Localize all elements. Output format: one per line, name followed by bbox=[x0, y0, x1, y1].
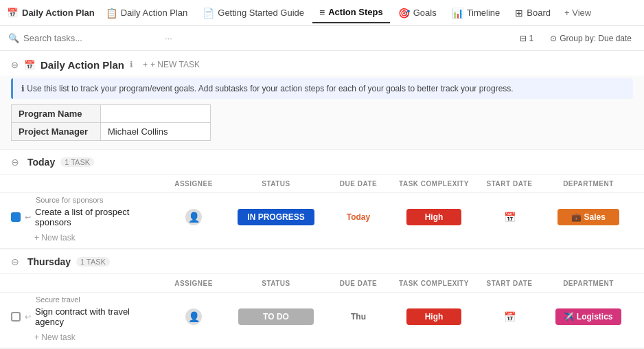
app-logo[interactable]: 📅 Daily Action Plan bbox=[7, 8, 95, 18]
info-icon: ℹ bbox=[21, 84, 25, 93]
add-task-thursday[interactable]: + New task bbox=[0, 330, 644, 348]
info-text: Use this list to track your program/even… bbox=[27, 84, 513, 93]
table-row: Project Manager Michael Collins bbox=[12, 123, 211, 141]
complexity-cell[interactable]: High bbox=[393, 308, 475, 325]
parent-label-today-0: Source for sponsors bbox=[0, 193, 644, 204]
status-badge[interactable]: TO DO bbox=[238, 308, 314, 325]
search-bar: 🔍 ··· ⊟ 1 ⊙ Group by: Due date bbox=[0, 26, 644, 51]
tab-board-label: Board bbox=[527, 8, 551, 18]
new-task-label: + NEW TASK bbox=[150, 60, 200, 69]
subtask-icon: ↩ bbox=[25, 213, 31, 222]
complexity-badge: High bbox=[406, 209, 461, 225]
assignee-avatar[interactable]: 👤 bbox=[185, 308, 202, 325]
filter-count: 1 bbox=[529, 34, 534, 43]
tab-daily-action[interactable]: 📋 Daily Action Plan bbox=[99, 3, 195, 23]
subtask-icon: ↩ bbox=[25, 313, 31, 322]
calendar-icon[interactable]: 📅 bbox=[504, 212, 516, 223]
filter-button[interactable]: ⊟ 1 bbox=[516, 32, 538, 45]
search-input[interactable] bbox=[23, 33, 161, 43]
group-thursday-header: ⊖ Thursday 1 TASK bbox=[0, 249, 644, 273]
tab-getting-started[interactable]: 📄 Getting Started Guide bbox=[196, 3, 311, 23]
task-name-cell: ↩ Sign contract with travel agency bbox=[11, 306, 159, 327]
tab-goals[interactable]: 🎯 Goals bbox=[391, 3, 444, 23]
group-today-header: ⊖ Today 1 TASK bbox=[0, 149, 644, 174]
add-view-button[interactable]: + View bbox=[559, 3, 597, 22]
col-start-date: START DATE bbox=[475, 180, 544, 188]
status-cell[interactable]: TO DO bbox=[228, 308, 324, 325]
assignee-cell: 👤 bbox=[159, 308, 228, 325]
main-content: ⊖ 📅 Daily Action Plan ℹ + + NEW TASK ℹ U… bbox=[0, 51, 644, 349]
group-today-title: Today bbox=[27, 157, 55, 168]
col-due-date: DUE DATE bbox=[324, 180, 393, 188]
task-name-cell: ↩ Create a list of prospect sponsors bbox=[11, 207, 159, 227]
tab-timeline-label: Timeline bbox=[467, 8, 501, 18]
status-cell[interactable]: IN PROGRESS bbox=[228, 209, 324, 225]
group-today: ⊖ Today 1 TASK ASSIGNEE STATUS DUE DATE … bbox=[0, 149, 644, 248]
col-dept-thu: DEPARTMENT bbox=[544, 280, 633, 287]
due-date-value: Thu bbox=[351, 312, 366, 322]
group-today-count: 1 TASK bbox=[60, 157, 94, 167]
add-view-label: + View bbox=[564, 8, 591, 18]
collapse-today-btn[interactable]: ⊖ bbox=[11, 157, 22, 168]
tab-board[interactable]: ⊞ Board bbox=[508, 3, 557, 23]
start-date-cell[interactable]: 📅 bbox=[475, 212, 544, 223]
col-due-date-thu: DUE DATE bbox=[324, 280, 393, 287]
column-headers-thursday: ASSIGNEE STATUS DUE DATE TASK COMPLEXITY… bbox=[0, 273, 644, 293]
new-task-button[interactable]: + + NEW TASK bbox=[139, 58, 204, 71]
search-right: ⊟ 1 ⊙ Group by: Due date bbox=[516, 32, 636, 45]
plan-title: Daily Action Plan bbox=[41, 59, 124, 71]
group-by-icon: ⊙ bbox=[550, 34, 557, 43]
task-name[interactable]: Sign contract with travel agency bbox=[35, 306, 159, 327]
search-more-icon[interactable]: ··· bbox=[165, 33, 172, 43]
tab-daily-action-icon: 📋 bbox=[106, 8, 117, 19]
plan-header: ⊖ 📅 Daily Action Plan ℹ + + NEW TASK bbox=[0, 51, 644, 76]
column-headers-today: ASSIGNEE STATUS DUE DATE TASK COMPLEXITY… bbox=[0, 174, 644, 193]
info-table: Program Name Project Manager Michael Col… bbox=[11, 104, 211, 141]
group-thursday: ⊖ Thursday 1 TASK ASSIGNEE STATUS DUE DA… bbox=[0, 249, 644, 348]
start-date-cell[interactable]: 📅 bbox=[475, 311, 544, 322]
parent-label-thu-0: Secure travel bbox=[0, 293, 644, 304]
top-navigation: 📅 Daily Action Plan 📋 Daily Action Plan … bbox=[0, 0, 644, 26]
task-name[interactable]: Create a list of prospect sponsors bbox=[35, 207, 159, 227]
collapse-plan-btn[interactable]: ⊖ bbox=[11, 60, 19, 70]
tab-getting-started-label: Getting Started Guide bbox=[218, 8, 304, 18]
group-by-label: Group by: Due date bbox=[560, 34, 632, 43]
tab-action-steps[interactable]: ≡ Action Steps bbox=[312, 3, 390, 23]
task-checkbox[interactable] bbox=[11, 212, 21, 222]
filter-icon: ⊟ bbox=[520, 34, 527, 43]
calendar-icon[interactable]: 📅 bbox=[504, 311, 516, 322]
department-cell[interactable]: 💼 Sales bbox=[544, 209, 633, 225]
table-value-program[interactable] bbox=[101, 105, 211, 123]
col-department: DEPARTMENT bbox=[544, 180, 633, 188]
assignee-avatar[interactable]: 👤 bbox=[185, 209, 202, 225]
tab-daily-action-label: Daily Action Plan bbox=[121, 8, 188, 18]
table-value-manager[interactable]: Michael Collins bbox=[101, 123, 211, 141]
department-cell[interactable]: ✈️ Logistics bbox=[544, 308, 633, 325]
info-banner: ℹ Use this list to track your program/ev… bbox=[11, 78, 633, 99]
table-row: Program Name bbox=[12, 105, 211, 123]
plan-info-icon[interactable]: ℹ bbox=[130, 60, 133, 69]
assignee-cell: 👤 bbox=[159, 209, 228, 225]
today-tasks: Source for sponsors ↩ Create a list of p… bbox=[0, 193, 644, 248]
department-badge: ✈️ Logistics bbox=[555, 308, 621, 325]
complexity-cell[interactable]: High bbox=[393, 209, 475, 225]
due-date-cell[interactable]: Thu bbox=[324, 312, 393, 322]
tab-board-icon: ⊞ bbox=[515, 8, 523, 19]
tab-timeline-icon: 📊 bbox=[452, 8, 463, 19]
group-by-button[interactable]: ⊙ Group by: Due date bbox=[546, 32, 636, 45]
task-checkbox[interactable] bbox=[11, 312, 21, 322]
col-status: STATUS bbox=[228, 180, 324, 188]
tab-action-steps-icon: ≡ bbox=[319, 7, 325, 18]
col-status-thu: STATUS bbox=[228, 280, 324, 287]
plan-emoji: 📅 bbox=[24, 60, 35, 70]
status-badge[interactable]: IN PROGRESS bbox=[238, 209, 314, 225]
tab-goals-label: Goals bbox=[413, 8, 437, 18]
due-date-cell[interactable]: Today bbox=[324, 212, 393, 222]
tab-timeline[interactable]: 📊 Timeline bbox=[445, 3, 507, 23]
add-task-today[interactable]: + New task bbox=[0, 230, 644, 248]
table-label-manager: Project Manager bbox=[12, 123, 101, 141]
collapse-thursday-btn[interactable]: ⊖ bbox=[11, 256, 22, 267]
department-badge: 💼 Sales bbox=[557, 209, 619, 225]
app-title: Daily Action Plan bbox=[22, 8, 95, 18]
col-complexity-thu: TASK COMPLEXITY bbox=[393, 280, 475, 287]
